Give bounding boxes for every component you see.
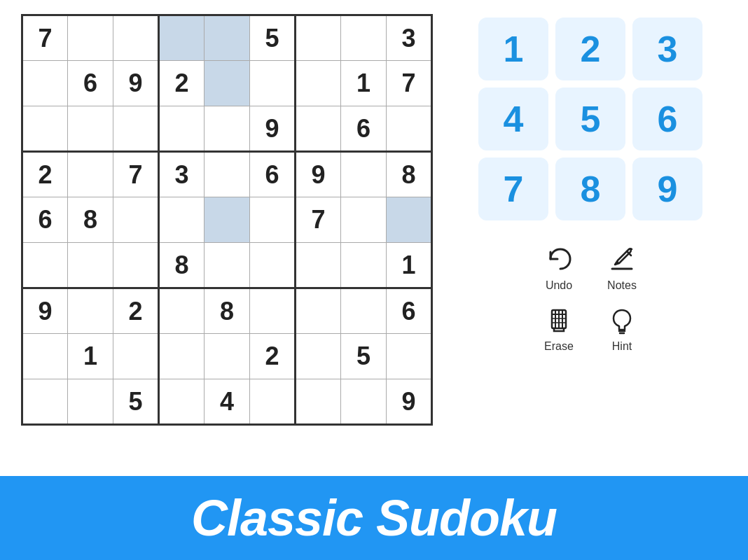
sudoku-cell[interactable]: 7 (22, 15, 68, 61)
numpad-btn-6[interactable]: 6 (632, 88, 702, 150)
sudoku-cell[interactable]: 2 (113, 288, 159, 334)
sudoku-cell[interactable] (205, 152, 250, 197)
sudoku-cell[interactable] (205, 243, 250, 288)
sudoku-cell[interactable] (22, 334, 68, 379)
sudoku-cell[interactable]: 3 (387, 15, 432, 61)
sudoku-grid[interactable]: 7536921796273698687819286125549 (21, 14, 433, 426)
sudoku-cell[interactable]: 6 (68, 61, 113, 106)
sudoku-cell[interactable]: 9 (113, 61, 159, 106)
sudoku-cell[interactable] (113, 197, 159, 243)
sudoku-cell[interactable]: 6 (341, 106, 387, 152)
sudoku-cell[interactable] (205, 197, 250, 243)
numpad-btn-5[interactable]: 5 (555, 88, 625, 150)
sudoku-cell[interactable] (159, 106, 205, 152)
numpad-btn-9[interactable]: 9 (632, 158, 702, 220)
main-content: 7536921796273698687819286125549 12345678… (0, 0, 748, 476)
sudoku-cell[interactable]: 6 (387, 288, 432, 334)
sudoku-cell[interactable]: 1 (387, 243, 432, 288)
sudoku-cell[interactable]: 1 (341, 61, 387, 106)
sudoku-cell[interactable]: 8 (68, 197, 113, 243)
notes-button[interactable]: Notes (604, 241, 639, 292)
sudoku-cell[interactable] (387, 106, 432, 152)
sudoku-cell[interactable] (250, 379, 296, 425)
sudoku-cell[interactable] (68, 288, 113, 334)
sudoku-cell[interactable]: 3 (159, 152, 205, 197)
sudoku-cell[interactable]: 8 (205, 288, 250, 334)
sudoku-cell[interactable] (205, 61, 250, 106)
sudoku-cell[interactable] (205, 334, 250, 379)
sudoku-cell[interactable] (68, 243, 113, 288)
sudoku-cell[interactable] (159, 15, 205, 61)
sudoku-cell[interactable] (159, 334, 205, 379)
sudoku-cell[interactable] (250, 61, 296, 106)
sudoku-cell[interactable] (341, 197, 387, 243)
sudoku-cell[interactable] (22, 106, 68, 152)
sudoku-cell[interactable] (341, 152, 387, 197)
notes-icon (604, 241, 639, 276)
numpad-btn-3[interactable]: 3 (632, 18, 702, 80)
sudoku-cell[interactable] (113, 15, 159, 61)
sudoku-cell[interactable] (205, 15, 250, 61)
sudoku-cell[interactable] (296, 243, 341, 288)
sudoku-cell[interactable] (341, 243, 387, 288)
sudoku-cell[interactable] (22, 379, 68, 425)
sudoku-cell[interactable] (296, 334, 341, 379)
sudoku-cell[interactable] (296, 106, 341, 152)
numpad-btn-2[interactable]: 2 (555, 18, 625, 80)
bottom-banner: Classic Sudoku (0, 476, 748, 560)
sudoku-cell[interactable] (205, 106, 250, 152)
sudoku-cell[interactable] (22, 61, 68, 106)
sudoku-cell[interactable] (113, 243, 159, 288)
sudoku-cell[interactable] (250, 243, 296, 288)
sudoku-cell[interactable]: 9 (387, 379, 432, 425)
sudoku-cell[interactable] (250, 288, 296, 334)
sudoku-cell[interactable] (68, 379, 113, 425)
sudoku-cell[interactable] (68, 15, 113, 61)
sudoku-cell[interactable] (296, 379, 341, 425)
erase-button[interactable]: Erase (541, 302, 576, 353)
sudoku-cell[interactable]: 4 (205, 379, 250, 425)
undo-button[interactable]: Undo (541, 241, 576, 292)
sudoku-cell[interactable]: 5 (250, 15, 296, 61)
sudoku-cell[interactable] (68, 152, 113, 197)
sudoku-cell[interactable]: 7 (387, 61, 432, 106)
numpad-btn-8[interactable]: 8 (555, 158, 625, 220)
sudoku-cell[interactable]: 5 (113, 379, 159, 425)
sudoku-cell[interactable] (341, 288, 387, 334)
sudoku-cell[interactable]: 6 (250, 152, 296, 197)
numpad-btn-7[interactable]: 7 (478, 158, 548, 220)
numpad: 123456789 (478, 18, 702, 220)
sudoku-cell[interactable] (341, 379, 387, 425)
sudoku-cell[interactable] (296, 288, 341, 334)
sudoku-cell[interactable] (387, 334, 432, 379)
sudoku-cell[interactable]: 2 (22, 152, 68, 197)
sudoku-cell[interactable]: 6 (22, 197, 68, 243)
sudoku-cell[interactable] (22, 243, 68, 288)
sudoku-cell[interactable] (159, 379, 205, 425)
sudoku-cell[interactable]: 9 (250, 106, 296, 152)
undo-icon (541, 241, 576, 276)
sudoku-cell[interactable] (296, 61, 341, 106)
sudoku-cell[interactable]: 7 (296, 197, 341, 243)
sudoku-cell[interactable]: 9 (296, 152, 341, 197)
sudoku-cell[interactable]: 2 (159, 61, 205, 106)
sudoku-cell[interactable] (68, 106, 113, 152)
sudoku-cell[interactable] (159, 288, 205, 334)
sudoku-cell[interactable]: 8 (387, 152, 432, 197)
sudoku-cell[interactable]: 7 (113, 152, 159, 197)
sudoku-cell[interactable] (387, 197, 432, 243)
sudoku-cell[interactable]: 8 (159, 243, 205, 288)
sudoku-cell[interactable] (250, 197, 296, 243)
sudoku-cell[interactable]: 9 (22, 288, 68, 334)
numpad-btn-1[interactable]: 1 (478, 18, 548, 80)
sudoku-cell[interactable] (113, 334, 159, 379)
hint-button[interactable]: Hint (604, 302, 639, 353)
sudoku-cell[interactable]: 1 (68, 334, 113, 379)
sudoku-cell[interactable]: 5 (341, 334, 387, 379)
sudoku-cell[interactable]: 2 (250, 334, 296, 379)
sudoku-cell[interactable] (296, 15, 341, 61)
sudoku-cell[interactable] (113, 106, 159, 152)
numpad-btn-4[interactable]: 4 (478, 88, 548, 150)
sudoku-cell[interactable] (159, 197, 205, 243)
sudoku-cell[interactable] (341, 15, 387, 61)
